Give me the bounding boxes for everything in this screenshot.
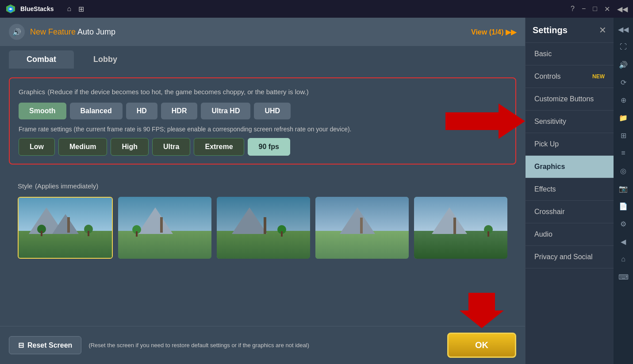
feature-new-label: New Feature — [30, 27, 76, 36]
main-layout: 🔊 New Feature Auto Jump View (1/4) ▶▶ Co… — [0, 18, 633, 364]
style-images — [18, 197, 507, 259]
sidebar-item-privacy-social[interactable]: Privacy and Social — [526, 246, 614, 268]
svg-marker-4 — [460, 293, 504, 328]
fps-low[interactable]: Low — [19, 138, 55, 156]
feature-title: Auto Jump — [77, 27, 115, 36]
tab-lobby[interactable]: Lobby — [76, 50, 135, 69]
fps-extreme[interactable]: Extreme — [194, 138, 244, 156]
reset-screen-button[interactable]: ⊟ Reset Screen — [9, 336, 81, 354]
icon-bar-gear[interactable]: ⚙ — [615, 216, 631, 232]
fps-high[interactable]: High — [111, 138, 149, 156]
icon-bar-add[interactable]: ⊕ — [615, 92, 631, 108]
sidebar-item-customize-buttons[interactable]: Customize Buttons — [526, 88, 614, 111]
sidebar-item-controls[interactable]: Controls NEW — [526, 65, 614, 88]
maximize-icon[interactable]: □ — [593, 5, 597, 13]
feature-banner: 🔊 New Feature Auto Jump View (1/4) ▶▶ — [0, 18, 525, 46]
sidebar-item-basic[interactable]: Basic — [526, 43, 614, 65]
quality-smooth[interactable]: Smooth — [19, 103, 66, 119]
style-thumb-5[interactable] — [414, 197, 507, 259]
minimize-icon[interactable]: − — [582, 5, 586, 13]
frame-rate-text: Frame rate settings (the current frame r… — [19, 126, 506, 133]
title-bar-nav: ⌂ ⊞ — [67, 5, 84, 13]
sidebar-item-pick-up[interactable]: Pick Up — [526, 133, 614, 156]
app-title: BlueStacks — [20, 5, 54, 12]
icon-bar-home[interactable]: ⌂ — [615, 251, 631, 267]
style-section: Style (Applies immediately) — [9, 173, 516, 266]
tabs: Combat Lobby — [0, 46, 525, 69]
sidebar-items: Basic Controls NEW Customize Buttons Sen… — [526, 43, 614, 364]
style-thumb-3[interactable] — [217, 197, 310, 259]
inner-content: Graphics (Reduce if the device becomes t… — [0, 69, 525, 326]
quality-balanced[interactable]: Balanced — [70, 103, 123, 119]
fps-buttons: Low Medium High Ultra Extreme 90 fps — [19, 138, 506, 156]
icon-bar-apps[interactable]: ⊞ — [615, 127, 631, 143]
icon-bar-file[interactable]: 📄 — [615, 198, 631, 214]
bottom-bar: ⊟ Reset Screen (Reset the screen if you … — [0, 326, 525, 364]
style-thumb-4[interactable] — [315, 197, 409, 259]
sidebar-item-sensitivity[interactable]: Sensitivity — [526, 111, 614, 133]
icon-bar-location[interactable]: ◎ — [615, 163, 631, 179]
icon-bar-left-arrow[interactable]: ◀ — [615, 234, 631, 249]
content-area: 🔊 New Feature Auto Jump View (1/4) ▶▶ Co… — [0, 18, 525, 364]
icon-bar-rotate[interactable]: ⟳ — [615, 74, 631, 90]
quality-ultrahd[interactable]: Ultra HD — [201, 103, 250, 119]
back-arrow-icon[interactable]: ◀◀ — [617, 5, 628, 13]
icon-bar-back[interactable]: ◀◀ — [615, 21, 631, 37]
fps-medium[interactable]: Medium — [58, 138, 107, 156]
sidebar-close-icon[interactable]: ✕ — [599, 25, 606, 35]
bluestacks-logo — [5, 4, 16, 14]
ok-button[interactable]: OK — [447, 333, 516, 358]
style-title: Style (Applies immediately) — [18, 180, 507, 191]
icon-bar-fullscreen[interactable]: ⛶ — [615, 39, 631, 55]
icon-bar-folder[interactable]: 📁 — [615, 110, 631, 126]
icon-bar-camera[interactable]: 📷 — [615, 180, 631, 196]
style-thumb-2[interactable] — [118, 197, 211, 259]
right-sidebar: Settings ✕ Basic Controls NEW Customize … — [525, 18, 614, 364]
style-thumb-1[interactable] — [18, 197, 113, 259]
home-icon[interactable]: ⌂ — [67, 5, 71, 13]
icon-bar-volume[interactable]: 🔊 — [615, 57, 631, 73]
feature-text: New Feature Auto Jump — [30, 27, 115, 37]
sidebar-item-graphics[interactable]: Graphics — [526, 156, 614, 178]
grid-icon[interactable]: ⊞ — [78, 5, 84, 13]
title-bar: BlueStacks ⌂ ⊞ ? − □ ✕ ◀◀ — [0, 0, 633, 18]
sidebar-title: Settings — [533, 25, 568, 35]
reset-label: Reset Screen — [27, 341, 72, 349]
controls-new-badge: NEW — [592, 73, 605, 80]
graphics-section-subtitle: (Reduce if the device becomes too hot, t… — [48, 88, 309, 96]
tab-combat[interactable]: Combat — [9, 50, 74, 69]
quality-hdr[interactable]: HDR — [161, 103, 198, 119]
style-subtitle: (Applies immediately) — [35, 182, 98, 190]
fps-ultra[interactable]: Ultra — [152, 138, 190, 156]
sidebar-header: Settings ✕ — [526, 18, 614, 43]
close-icon[interactable]: ✕ — [604, 5, 610, 13]
reset-description: (Reset the screen if you need to restore… — [88, 342, 440, 349]
quality-uhd[interactable]: UHD — [254, 103, 291, 119]
sidebar-item-effects[interactable]: Effects — [526, 178, 614, 201]
quality-buttons: Smooth Balanced HD HDR Ultra HD UHD — [19, 103, 506, 119]
help-icon[interactable]: ? — [571, 5, 575, 13]
reset-icon: ⊟ — [18, 341, 24, 349]
ok-button-wrapper: OK — [447, 333, 516, 358]
icon-bar-layers[interactable]: ≡ — [615, 145, 631, 161]
graphics-section-title: Graphics (Reduce if the device becomes t… — [19, 86, 506, 96]
graphics-section: Graphics (Reduce if the device becomes t… — [9, 77, 516, 165]
graphics-wrapper: Graphics (Reduce if the device becomes t… — [9, 77, 516, 165]
title-bar-controls: ? − □ ✕ ◀◀ — [571, 5, 628, 13]
icon-bar: ◀◀ ⛶ 🔊 ⟳ ⊕ 📁 ⊞ ≡ ◎ 📷 📄 ⚙ ◀ ⌂ ⌨ — [614, 18, 633, 364]
fps-90[interactable]: 90 fps — [248, 138, 290, 156]
view-link[interactable]: View (1/4) ▶▶ — [471, 28, 516, 36]
sidebar-item-crosshair[interactable]: Crosshair — [526, 201, 614, 223]
quality-hd[interactable]: HD — [126, 103, 157, 119]
icon-bar-keyboard[interactable]: ⌨ — [615, 269, 631, 285]
sidebar-item-audio[interactable]: Audio — [526, 223, 614, 246]
down-arrow-indicator — [460, 293, 504, 328]
speaker-icon: 🔊 — [9, 24, 25, 40]
